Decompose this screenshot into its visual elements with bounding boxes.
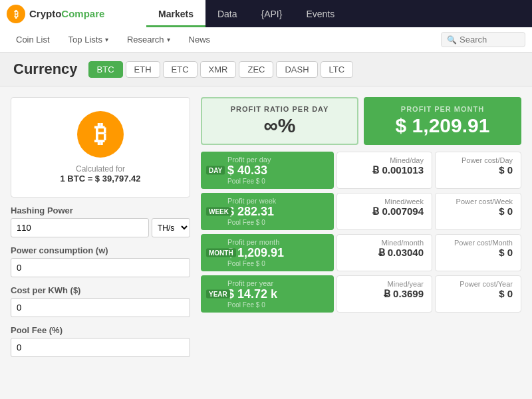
month-profit-value: $ 1,209.91 xyxy=(227,246,326,260)
nav-news[interactable]: News xyxy=(180,27,220,52)
year-profit-value: $ 14.72 k xyxy=(227,287,326,301)
year-mined-cell: Mined/year Ƀ 0.3699 xyxy=(336,275,432,313)
currency-header: Currency BTC ETH ETC XMR ZEC DASH LTC xyxy=(0,53,532,86)
nav-events[interactable]: Events xyxy=(294,0,346,27)
day-cost-value: $ 0 xyxy=(499,164,513,176)
day-mined-value: Ƀ 0.001013 xyxy=(372,164,424,176)
tab-etc[interactable]: ETC xyxy=(163,61,198,78)
month-mined-cell: Mined/month Ƀ 0.03040 xyxy=(336,234,432,271)
month-cost-label: Power cost/Month xyxy=(454,239,513,247)
currency-tabs: BTC ETH ETC XMR ZEC DASH LTC xyxy=(88,61,354,78)
month-profit-cell: Month Profit per month $ 1,209.91 Pool F… xyxy=(201,234,334,271)
calc-price: 1 BTC = $ 39,797.42 xyxy=(60,174,140,184)
day-profit-value: $ 40.33 xyxy=(227,164,326,178)
power-consumption-input[interactable] xyxy=(11,258,190,277)
year-mined-label: Mined/year xyxy=(388,280,424,288)
week-cost-label: Power cost/Week xyxy=(456,198,513,205)
day-cost-label: Power cost/Day xyxy=(462,156,513,164)
year-cost-value: $ 0 xyxy=(499,288,513,299)
cost-kwh-input[interactable] xyxy=(11,298,190,317)
year-profit-cell: Year Profit per year $ 14.72 k Pool Fee … xyxy=(201,275,334,313)
day-mined-label: Mined/day xyxy=(390,156,424,164)
nav-markets[interactable]: Markets xyxy=(146,0,205,27)
week-pool-fee: Pool Fee $ 0 xyxy=(227,219,326,226)
week-profit-label: Profit per week xyxy=(227,197,326,205)
profit-summary: PROFIT RATIO PER DAY ∞% PROFIT PER MONTH… xyxy=(201,97,521,145)
week-cost-value: $ 0 xyxy=(499,205,513,217)
year-profit-label: Profit per year xyxy=(227,279,326,287)
coin-card: ₿ Calculated for 1 BTC = $ 39,797.42 xyxy=(11,97,190,198)
day-cost-cell: Power cost/Day $ 0 xyxy=(435,152,521,189)
day-pool-fee: Pool Fee $ 0 xyxy=(227,178,326,185)
hashing-power-row: TH/s GH/s MH/s KH/s xyxy=(11,218,190,237)
top-lists-arrow: ▾ xyxy=(105,36,108,43)
hashing-unit-select[interactable]: TH/s GH/s MH/s KH/s xyxy=(152,218,190,237)
tab-dash[interactable]: DASH xyxy=(276,61,317,78)
table-row: Day Profit per day $ 40.33 Pool Fee $ 0 … xyxy=(201,152,521,189)
pool-fee-group: Pool Fee (%) xyxy=(11,325,190,357)
cost-kwh-label: Cost per KWh ($) xyxy=(11,285,190,295)
search-icon: 🔍 xyxy=(447,35,457,45)
profit-ratio-label: PROFIT RATIO PER DAY xyxy=(211,105,348,113)
logo[interactable]: ₿ CryptoCompare xyxy=(0,0,146,27)
nav-research[interactable]: Research ▾ xyxy=(118,27,180,52)
right-panel: PROFIT RATIO PER DAY ∞% PROFIT PER MONTH… xyxy=(201,97,521,365)
day-profit-label: Profit per day xyxy=(227,156,326,164)
month-profit-label: Profit per month xyxy=(227,238,326,246)
currency-title: Currency xyxy=(13,61,78,78)
month-label: Month xyxy=(206,249,236,257)
profit-ratio-value: ∞% xyxy=(211,114,348,137)
main-content: ₿ Calculated for 1 BTC = $ 39,797.42 Has… xyxy=(0,86,532,376)
day-profit-cell: Day Profit per day $ 40.33 Pool Fee $ 0 xyxy=(201,152,334,189)
calc-label: Calculated for xyxy=(76,164,125,174)
profit-ratio-box: PROFIT RATIO PER DAY ∞% xyxy=(201,97,358,145)
month-cost-value: $ 0 xyxy=(499,247,513,258)
week-profit-value: $ 282.31 xyxy=(227,205,326,219)
tab-xmr[interactable]: XMR xyxy=(200,61,237,78)
profit-month-value: $ 1,209.91 xyxy=(374,114,511,137)
tab-ltc[interactable]: LTC xyxy=(321,61,354,78)
hashing-power-label: Hashing Power xyxy=(11,205,190,215)
logo-text-crypto: Crypto xyxy=(29,8,61,19)
search-box[interactable]: 🔍 xyxy=(441,32,525,47)
year-cost-label: Power cost/Year xyxy=(460,280,513,288)
table-row: Year Profit per year $ 14.72 k Pool Fee … xyxy=(201,275,521,313)
nav-data[interactable]: Data xyxy=(205,0,249,27)
logo-text-compare: Compare xyxy=(61,8,104,19)
week-mined-cell: Mined/week Ƀ 0.007094 xyxy=(336,193,432,230)
power-consumption-label: Power consumption (w) xyxy=(11,245,190,255)
nav-coin-list[interactable]: Coin List xyxy=(7,27,59,52)
profit-month-box: PROFIT PER MONTH $ 1,209.91 xyxy=(364,97,521,145)
month-mined-label: Mined/month xyxy=(381,239,424,247)
tab-zec[interactable]: ZEC xyxy=(239,61,273,78)
year-label: Year xyxy=(206,290,230,299)
hashing-power-input[interactable] xyxy=(11,218,149,237)
month-pool-fee: Pool Fee $ 0 xyxy=(227,260,326,267)
week-label: Week xyxy=(206,207,231,216)
tab-eth[interactable]: ETH xyxy=(126,61,160,78)
hashing-power-group: Hashing Power TH/s GH/s MH/s KH/s xyxy=(11,205,190,237)
year-pool-fee: Pool Fee $ 0 xyxy=(227,301,326,309)
logo-icon: ₿ xyxy=(7,5,25,23)
left-panel: ₿ Calculated for 1 BTC = $ 39,797.42 Has… xyxy=(11,97,190,365)
power-consumption-group: Power consumption (w) xyxy=(11,245,190,277)
year-mined-value: Ƀ 0.3699 xyxy=(384,288,424,300)
day-label: Day xyxy=(206,166,225,175)
pool-fee-input[interactable] xyxy=(11,338,190,357)
search-input[interactable] xyxy=(460,35,519,45)
month-mined-value: Ƀ 0.03040 xyxy=(378,247,424,259)
table-row: Week Profit per week $ 282.31 Pool Fee $… xyxy=(201,193,521,230)
year-cost-cell: Power cost/Year $ 0 xyxy=(435,275,521,313)
cost-kwh-group: Cost per KWh ($) xyxy=(11,285,190,317)
week-cost-cell: Power cost/Week $ 0 xyxy=(435,193,521,230)
nav-top-lists[interactable]: Top Lists ▾ xyxy=(59,27,118,52)
table-row: Month Profit per month $ 1,209.91 Pool F… xyxy=(201,234,521,271)
pool-fee-label: Pool Fee (%) xyxy=(11,325,190,335)
profit-month-label: PROFIT PER MONTH xyxy=(374,105,511,113)
month-cost-cell: Power cost/Month $ 0 xyxy=(435,234,521,271)
week-mined-label: Mined/week xyxy=(384,198,424,205)
tab-btc[interactable]: BTC xyxy=(88,61,123,78)
second-navigation: Coin List Top Lists ▾ Research ▾ News 🔍 xyxy=(0,27,532,53)
nav-api[interactable]: {API} xyxy=(249,0,295,27)
week-mined-value: Ƀ 0.007094 xyxy=(372,205,424,217)
